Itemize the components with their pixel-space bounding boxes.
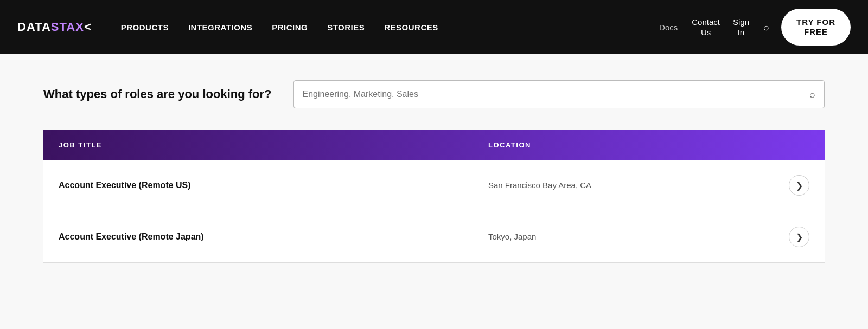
nav-products[interactable]: PRODUCTS bbox=[111, 23, 178, 32]
job-title-cell: Account Executive (Remote Japan) bbox=[43, 211, 473, 263]
col-action bbox=[746, 130, 825, 160]
job-arrow-cell: ❯ bbox=[746, 211, 825, 263]
nav-links: PRODUCTS INTEGRATIONS PRICING STORIES RE… bbox=[111, 23, 652, 32]
job-title: Account Executive (Remote Japan) bbox=[59, 232, 204, 241]
table-header-row: JOB TITLE LOCATION bbox=[43, 130, 825, 160]
table-row[interactable]: Account Executive (Remote Japan) Tokyo, … bbox=[43, 211, 825, 263]
job-arrow-button[interactable]: ❯ bbox=[789, 227, 809, 247]
nav-contact[interactable]: ContactUs bbox=[685, 17, 726, 38]
search-box: ⌕ bbox=[293, 80, 825, 108]
jobs-table: JOB TITLE LOCATION Account Executive (Re… bbox=[43, 130, 825, 263]
search-icon[interactable]: ⌕ bbox=[756, 22, 777, 33]
col-location: LOCATION bbox=[473, 130, 746, 160]
table-row[interactable]: Account Executive (Remote US) San Franci… bbox=[43, 160, 825, 211]
nav-stories[interactable]: STORIES bbox=[317, 23, 374, 32]
search-section: What types of roles are you looking for?… bbox=[43, 80, 825, 108]
job-arrow-cell: ❯ bbox=[746, 160, 825, 211]
job-arrow-button[interactable]: ❯ bbox=[789, 175, 809, 196]
try-free-button[interactable]: TRY FORFREE bbox=[781, 9, 851, 46]
navbar: DATASTAX< PRODUCTS INTEGRATIONS PRICING … bbox=[0, 0, 868, 54]
search-button[interactable]: ⌕ bbox=[809, 89, 815, 100]
job-title-cell: Account Executive (Remote US) bbox=[43, 160, 473, 211]
job-location-cell: Tokyo, Japan bbox=[473, 211, 746, 263]
job-title: Account Executive (Remote US) bbox=[59, 180, 191, 190]
nav-docs[interactable]: Docs bbox=[652, 23, 685, 32]
job-location-cell: San Francisco Bay Area, CA bbox=[473, 160, 746, 211]
search-question: What types of roles are you looking for? bbox=[43, 87, 272, 101]
nav-resources[interactable]: RESOURCES bbox=[374, 23, 448, 32]
nav-signin[interactable]: SignIn bbox=[726, 17, 756, 38]
job-location: Tokyo, Japan bbox=[488, 232, 536, 241]
nav-pricing[interactable]: PRICING bbox=[262, 23, 317, 32]
main-content: What types of roles are you looking for?… bbox=[0, 54, 868, 329]
brand-logo[interactable]: DATASTAX< bbox=[17, 20, 92, 34]
nav-integrations[interactable]: INTEGRATIONS bbox=[178, 23, 262, 32]
job-location: San Francisco Bay Area, CA bbox=[488, 180, 591, 190]
search-input[interactable] bbox=[303, 89, 810, 99]
col-job-title: JOB TITLE bbox=[43, 130, 473, 160]
